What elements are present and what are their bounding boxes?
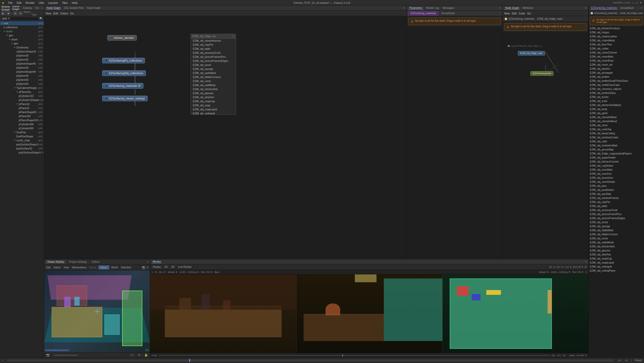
rp-item-mixerchrome[interactable]: EZMl_obj_mixerChrome bbox=[589, 50, 644, 55]
ngr-color-btn[interactable]: Color bbox=[519, 12, 525, 15]
menu-help[interactable]: Help bbox=[72, 1, 77, 4]
rp-item-body[interactable]: EZMl_obj_body bbox=[589, 107, 644, 111]
rp-item-pressurecook[interactable]: EZMl_obj_pressureCook bbox=[589, 208, 644, 212]
sg-fit-btn[interactable]: ⊞ bbox=[13, 11, 17, 15]
tab-cel-scratch[interactable]: CEL Scratch Pad bbox=[63, 7, 84, 9]
dd-ceilinggrid[interactable]: EZMl_obj_ceilingrid bbox=[191, 111, 236, 115]
dd-soap[interactable]: EZMl_obj_soap bbox=[191, 103, 236, 107]
ngr-node-textset[interactable]: EZPrimTextureSet bbox=[530, 71, 553, 76]
rp-item-chairsleather[interactable]: EZMl_obj_chairsLeather bbox=[589, 34, 644, 38]
tree-item-collections[interactable]: ▶ collections grou bbox=[0, 25, 44, 29]
params-close[interactable]: ✕ bbox=[499, 7, 501, 9]
breadcrumb-materials[interactable]: EZSurfacing_materials bbox=[509, 17, 534, 20]
rp-item-fridgemagnets[interactable]: EZMl_obj_fridge_magnetsAndPapers bbox=[589, 151, 644, 155]
ng-right-canvas[interactable]: EZMl_obj_fridge_main EZPrimTextureSet Sp… bbox=[503, 32, 588, 259]
tab-python[interactable]: Python bbox=[90, 260, 102, 264]
maximize-btn[interactable]: □ bbox=[636, 1, 638, 4]
tree-item-pcylinder153[interactable]: pCylinder153 subc bbox=[0, 94, 44, 98]
tree-item-dustpanshape[interactable]: DustPanShape subc bbox=[0, 134, 44, 138]
right-panel-list[interactable]: EZMl_obj_kitchenFurniture EZMl_obj_hinge… bbox=[589, 26, 644, 357]
tab-groupstack[interactable]: GroupStack bbox=[619, 7, 635, 9]
ng-colors-btn[interactable]: Colors bbox=[60, 12, 68, 15]
rp-item-windowframes[interactable]: EZMl_obj_windowFrames bbox=[589, 196, 644, 200]
dd-table[interactable]: EZMl_obj_table bbox=[191, 47, 236, 51]
vt-object-btn[interactable]: Object bbox=[98, 266, 109, 269]
rb-timeline-track[interactable] bbox=[159, 355, 550, 356]
tree-item-polysurface32[interactable]: polySurface32 subc bbox=[0, 146, 44, 150]
rp-item-kitchenfurniture[interactable]: EZMl_obj_kitchenFurniture bbox=[589, 26, 644, 30]
tree-item-psphere50[interactable]: pSphere50 subc bbox=[0, 78, 44, 82]
rp-item-wallscornices[interactable]: EZMl_obj_WallsCornices bbox=[589, 232, 644, 236]
tab-messages[interactable]: Messages bbox=[442, 7, 455, 9]
menu-file[interactable]: File bbox=[8, 1, 13, 4]
right-panel-close[interactable]: ✕ bbox=[640, 7, 642, 9]
rp-item-sponge[interactable]: EZMl_obj_sponge bbox=[589, 224, 644, 228]
ngr-node-fridge-main[interactable]: EZMl_obj_fridge_main bbox=[518, 51, 545, 56]
tab-attributes[interactable]: Attributes bbox=[521, 7, 534, 9]
mt-3d-btn[interactable]: 3D bbox=[170, 266, 176, 268]
tree-item-comfychair[interactable]: ▼ comfy_chair grou bbox=[0, 138, 44, 142]
menu-layouts[interactable]: Layouts bbox=[48, 1, 58, 4]
tree-item-dustpan[interactable]: ▼ DustPan grou bbox=[0, 130, 44, 134]
rp-item-wallsmark[interactable]: EZMl_obj_WallsMark bbox=[589, 228, 644, 232]
node-graph-close[interactable]: ✕ bbox=[403, 7, 405, 9]
tree-item-pplane16b[interactable]: ▼ pPlane16 grou bbox=[0, 102, 44, 106]
vt-selection-btn[interactable]: Selection bbox=[120, 266, 132, 269]
viewer-close[interactable]: ✕ bbox=[147, 261, 149, 263]
tree-item-psphere30[interactable]: pSphere30 subc bbox=[0, 54, 44, 58]
rp-item-soapcap[interactable]: EZMl_obj_soapCap bbox=[589, 256, 644, 261]
sg-search-input[interactable] bbox=[1, 17, 39, 21]
dd-windowframes[interactable]: EZMl_obj_windowframes bbox=[191, 39, 236, 43]
dd-picframespics[interactable]: EZMl_obj_pictureFramesPics bbox=[191, 55, 236, 59]
vt-world-btn[interactable]: World bbox=[110, 266, 119, 269]
rp-item-books[interactable]: EZMl_obj_books bbox=[589, 95, 644, 99]
rp-item-ceilingplane[interactable]: EZMl_obj_ceilingPlane bbox=[589, 269, 644, 273]
tab-ng-right[interactable]: Node Graph bbox=[504, 7, 520, 10]
tree-item-world[interactable]: ▼ world grou bbox=[0, 29, 44, 33]
tree-item-pplane15[interactable]: pPlane15 subc bbox=[0, 106, 44, 110]
tree-item-pcylinder369[interactable]: pCylinder369 subc bbox=[0, 126, 44, 130]
rp-item-mixerbowl[interactable]: EZMl_obj_mixerBowl bbox=[589, 59, 644, 63]
tree-item-pplaneshape342[interactable]: pPlaneShape342 subc bbox=[0, 118, 44, 122]
dd-wallmetal[interactable]: EZMl_obj_wallMetal bbox=[191, 83, 236, 87]
rp-item-utensilswood[interactable]: EZMl_obj_utensilsWood bbox=[589, 119, 644, 123]
rp-item-plastics[interactable]: EZMl_obj_plastics bbox=[589, 67, 644, 71]
tree-item-psphere31[interactable]: pSphereShape31 subc bbox=[0, 49, 44, 54]
rp-item-fruits[interactable]: EZMl_obj_fruits bbox=[589, 99, 644, 103]
node-materials[interactable]: EZSurfacing_materials bbox=[102, 83, 143, 89]
rb-materials[interactable]: EZSurfacing_materials bbox=[594, 12, 617, 14]
sg-expand-btn[interactable]: ⊕ bbox=[18, 11, 23, 15]
tab-scene-graph[interactable]: Scene Graph bbox=[11, 5, 20, 11]
menu-utils[interactable]: Utils bbox=[39, 1, 44, 4]
rp-item-mixeretc[interactable]: EZMl_obj_mixer_etc bbox=[589, 63, 644, 67]
rp-item-picframesedges[interactable]: EZMl_obj_pictureFramesEdges bbox=[589, 216, 644, 220]
rp-item-ceramics[interactable]: EZMl_obj_ceramics_objects bbox=[589, 87, 644, 91]
dd-dirtypan[interactable]: EZMl_obj_dirtyPan bbox=[191, 95, 236, 99]
tree-item-pcylinder153dad[interactable]: pCylinder153dads subc bbox=[0, 98, 44, 102]
tree-item-geo2[interactable]: ▼ geo grou bbox=[0, 41, 44, 45]
tab-render-log[interactable]: Render Log bbox=[425, 7, 440, 9]
rp-item-picframepics[interactable]: EZMl_obj_pictureFramePics bbox=[589, 212, 644, 216]
rp-item-cloth[interactable]: EZMl_obj_cloth bbox=[589, 139, 644, 143]
group-stack-tab[interactable]: EZSurfacing_materials bbox=[408, 11, 438, 15]
rp-item-metalcans[interactable]: EZMl_obj_metalCansCaps bbox=[589, 83, 644, 87]
mt-display-btn[interactable]: Display bbox=[152, 266, 162, 268]
rp-item-lampceiling[interactable]: EZMl_obj_lampCeiling bbox=[589, 131, 644, 135]
dd-soapliquid[interactable]: EZMl_obj_soapLiquid bbox=[191, 107, 236, 111]
node-graph-canvas[interactable]: kitchen_alembic EZSurfacingPrj_collectio… bbox=[44, 16, 407, 259]
monitor-close[interactable]: ✕ bbox=[585, 260, 587, 263]
rb-fridge[interactable]: EZMl_obj_fridge_main bbox=[620, 12, 643, 14]
rp-item-grocerbag[interactable]: EZMl_obj_grocerBag bbox=[589, 147, 644, 151]
tree-item-tophinges[interactable]: ▼ TopCabinetHinges grou bbox=[0, 86, 44, 90]
scene-graph-content[interactable]: ▼ root grou ▶ collections grou ▼ world g… bbox=[0, 21, 44, 357]
rp-item-soapliquid[interactable]: EZMl_obj_soapLiquid bbox=[589, 261, 644, 265]
tab-viewer-hydra[interactable]: Viewer (Hydra) bbox=[45, 260, 66, 264]
ngr-new-btn[interactable]: New bbox=[504, 12, 510, 15]
tree-item-root[interactable]: ▼ root grou bbox=[0, 21, 44, 25]
dd-pressurecook[interactable]: EZMl_obj_pressureCook bbox=[191, 51, 236, 55]
rp-item-ovendetails[interactable]: EZMl_obj_ovenDetails bbox=[589, 180, 644, 184]
rp-item-ovenmain[interactable]: EZMl_obj_ovenMain bbox=[589, 168, 644, 172]
dd-kitchensink[interactable]: EZMl_obj_kitchenSink bbox=[191, 87, 236, 91]
rp-item-glasses[interactable]: EZMl_obj_glasses bbox=[589, 248, 644, 252]
tree-item-pplane342[interactable]: pPlane342 subc bbox=[0, 114, 44, 118]
